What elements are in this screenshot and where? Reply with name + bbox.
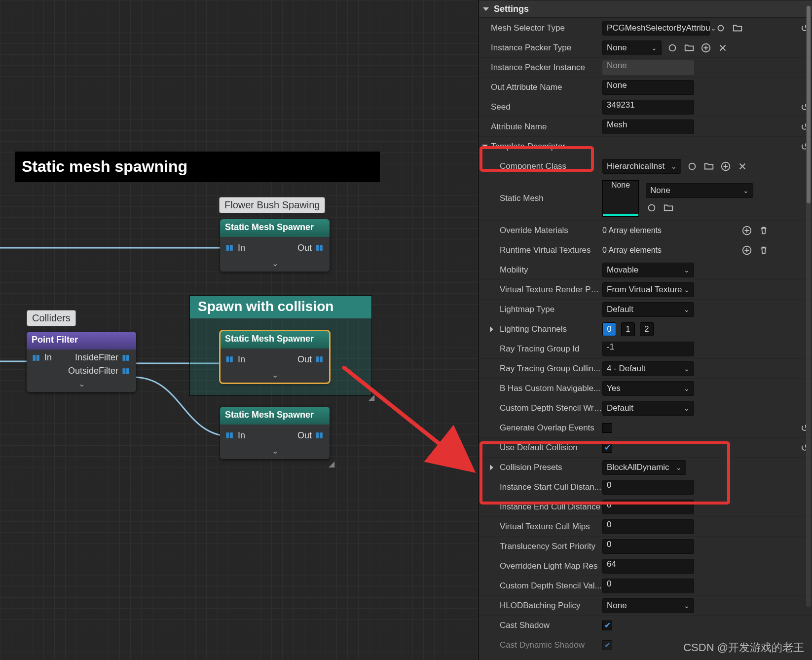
label-template-descriptor[interactable]: Template Descriptor xyxy=(479,142,602,152)
section-settings[interactable]: Settings xyxy=(479,0,812,18)
label-out-attribute-name: Out Attribute Name xyxy=(479,82,602,92)
graph-title: Static mesh spawning xyxy=(15,152,380,182)
chevron-right-icon[interactable] xyxy=(490,465,493,470)
label-collision-presets[interactable]: Collision Presets xyxy=(479,463,602,472)
svg-rect-5 xyxy=(37,355,39,361)
pin-inside-filter[interactable]: InsideFilter xyxy=(75,352,131,363)
input-overridden-lightmap-res[interactable]: 64 xyxy=(602,559,694,574)
select-b-has-custom-navigable[interactable]: Yes⌄ xyxy=(602,381,694,396)
select-mesh-selector-type[interactable]: PCGMeshSelectorByAttribu⌄ xyxy=(602,21,710,36)
pin-out[interactable]: Out xyxy=(297,243,325,253)
asset-thumbnail[interactable]: None xyxy=(602,180,639,217)
node-expand[interactable]: ⌄ xyxy=(27,379,136,392)
select-instance-packer-type[interactable]: None⌄ xyxy=(602,40,662,55)
select-lightmap-type[interactable]: Default⌄ xyxy=(602,302,694,317)
input-attribute-name[interactable]: Mesh xyxy=(602,119,694,134)
checkbox-generate-overlap-events[interactable] xyxy=(602,423,612,433)
node-expand[interactable]: ⌄ xyxy=(220,259,330,272)
watermark-text: CSDN @开发游戏的老王 xyxy=(683,640,804,655)
pin-icon xyxy=(121,366,131,376)
chevron-right-icon[interactable] xyxy=(490,326,493,332)
graph-canvas[interactable]: Static mesh spawning Flower Bush Spawing… xyxy=(0,0,479,660)
svg-rect-11 xyxy=(230,356,233,362)
label-lighting-channels[interactable]: Lighting Channels xyxy=(479,324,602,334)
clear-icon[interactable] xyxy=(737,160,748,172)
checkbox-cast-shadow[interactable] xyxy=(602,621,612,630)
node-static-mesh-spawner-1[interactable]: Static Mesh Spawner In Out ⌄ xyxy=(220,219,330,272)
comment-label-flower[interactable]: Flower Bush Spawing xyxy=(219,197,325,213)
browse-icon[interactable] xyxy=(646,202,658,214)
select-vt-render-pass[interactable]: From Virtual Texture⌄ xyxy=(602,282,694,297)
resize-handle-icon[interactable]: ◢ xyxy=(369,392,377,401)
pin-out[interactable]: Out xyxy=(297,430,325,441)
input-vt-cull-mips[interactable]: 0 xyxy=(602,519,694,534)
lighting-channel-1[interactable]: 1 xyxy=(621,322,635,336)
add-icon[interactable] xyxy=(741,225,753,236)
folder-search-icon[interactable] xyxy=(703,160,715,172)
node-title: Static Mesh Spawner xyxy=(220,219,330,237)
select-ray-tracing-group-culling[interactable]: 4 - Default⌄ xyxy=(602,361,694,376)
svg-rect-8 xyxy=(123,368,126,374)
pin-in[interactable]: In xyxy=(225,354,245,365)
label-translucency-sort: Translucency Sort Priority xyxy=(479,542,602,551)
svg-point-19 xyxy=(669,44,676,51)
browse-icon[interactable] xyxy=(686,160,698,172)
pin-icon xyxy=(225,354,235,364)
panel-scrollbar[interactable] xyxy=(806,5,811,607)
select-mobility[interactable]: Movable⌄ xyxy=(602,263,694,277)
label-lightmap-type: Lightmap Type xyxy=(479,305,602,314)
input-instance-start-cull[interactable]: 0 xyxy=(602,480,694,495)
node-static-mesh-spawner-3[interactable]: Static Mesh Spawner In Out ⌄ ◢ xyxy=(220,407,330,459)
input-ray-tracing-group-id[interactable]: -1 xyxy=(602,342,694,356)
input-translucency-sort[interactable]: 0 xyxy=(602,539,694,554)
input-out-attribute-name[interactable]: None xyxy=(602,80,694,95)
label-overridden-lightmap-res: Overridden Light Map Res xyxy=(479,561,602,571)
input-instance-end-cull[interactable]: 0 xyxy=(602,500,694,514)
comment-label-colliders[interactable]: Colliders xyxy=(27,310,76,326)
comment-header[interactable]: Spawn with collision xyxy=(190,296,371,318)
pin-icon xyxy=(225,243,235,253)
resize-handle-icon[interactable]: ◢ xyxy=(329,459,337,468)
svg-rect-6 xyxy=(123,355,126,361)
node-expand[interactable]: ⌄ xyxy=(220,370,330,383)
select-collision-presets[interactable]: BlockAllDynamic⌄ xyxy=(602,460,686,475)
svg-point-21 xyxy=(689,163,696,169)
node-static-mesh-spawner-selected[interactable]: Static Mesh Spawner In Out ⌄ xyxy=(220,331,330,383)
select-hlod-batching-policy[interactable]: None⌄ xyxy=(602,598,694,613)
label-override-materials: Override Materials xyxy=(479,226,602,235)
select-static-mesh[interactable]: None⌄ xyxy=(646,183,753,198)
folder-search-icon[interactable] xyxy=(683,42,695,54)
add-icon[interactable] xyxy=(700,42,712,54)
checkbox-cast-dynamic-shadow[interactable] xyxy=(602,640,612,650)
checkbox-use-default-collision[interactable] xyxy=(602,443,612,453)
label-seed: Seed xyxy=(479,102,602,112)
input-custom-depth-stencil-val[interactable]: 0 xyxy=(602,579,694,593)
clear-icon[interactable] xyxy=(717,42,729,54)
folder-search-icon[interactable] xyxy=(732,22,743,34)
pin-in[interactable]: In xyxy=(225,430,245,441)
add-icon[interactable] xyxy=(741,244,753,256)
chevron-down-icon[interactable] xyxy=(482,145,488,148)
text-runtime-virtual-textures: 0 Array elements xyxy=(602,246,736,255)
node-point-filter[interactable]: Point Filter In InsideFilter OutsideFilt… xyxy=(27,332,136,392)
select-component-class[interactable]: HierarchicalInst⌄ xyxy=(602,159,681,174)
node-expand[interactable]: ⌄ xyxy=(220,446,330,459)
node-title: Static Mesh Spawner xyxy=(220,407,330,425)
scrollbar-thumb[interactable] xyxy=(807,6,811,203)
folder-search-icon[interactable] xyxy=(663,202,674,214)
input-seed[interactable]: 349231 xyxy=(602,100,694,115)
browse-icon[interactable] xyxy=(666,42,678,54)
lighting-channel-2[interactable]: 2 xyxy=(640,322,654,336)
select-custom-depth-stencil-write[interactable]: Default⌄ xyxy=(602,401,694,416)
pin-outside-filter[interactable]: OutsideFilter xyxy=(68,366,131,376)
trash-icon[interactable] xyxy=(758,244,770,256)
pin-in[interactable]: In xyxy=(225,243,245,253)
browse-icon[interactable] xyxy=(715,22,727,34)
add-icon[interactable] xyxy=(720,160,732,172)
pin-out[interactable]: Out xyxy=(297,354,325,365)
pin-in[interactable]: In xyxy=(32,352,52,363)
trash-icon[interactable] xyxy=(758,225,770,236)
lighting-channel-0[interactable]: 0 xyxy=(602,322,616,336)
label-custom-depth-stencil-val: Custom Depth Stencil Val... xyxy=(479,581,602,591)
pin-icon xyxy=(32,353,41,363)
